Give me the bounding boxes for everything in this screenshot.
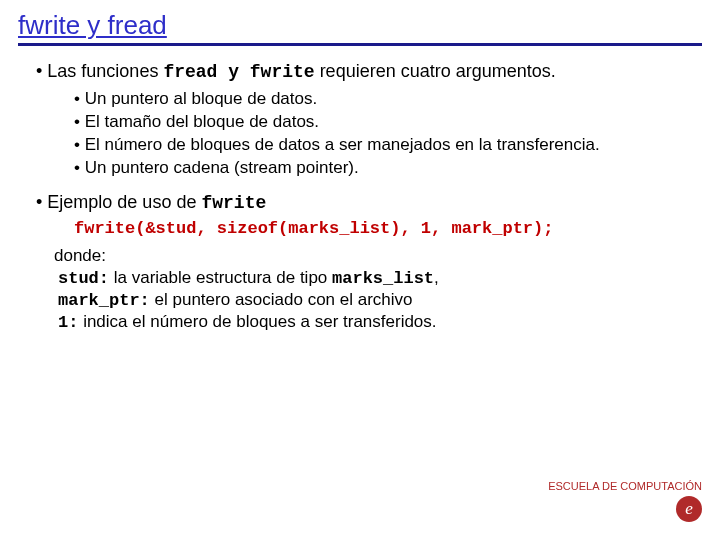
arg-item: El tamaño del bloque de datos.	[74, 111, 702, 132]
donde-key: mark_ptr:	[58, 291, 150, 310]
title-rule	[18, 43, 702, 46]
arg-item: Un puntero al bloque de datos.	[74, 88, 702, 109]
footer-text: ESCUELA DE COMPUTACIÓN	[548, 480, 702, 492]
text: requieren cuatro argumentos.	[315, 61, 556, 81]
footer: ESCUELA DE COMPUTACIÓN e	[548, 480, 702, 522]
point-functions: Las funciones fread y fwrite requieren c…	[36, 60, 702, 84]
slide-content: Las funciones fread y fwrite requieren c…	[18, 60, 702, 333]
code-fwrite: fwrite	[201, 193, 266, 213]
donde-item: mark_ptr: el puntero asociado con el arc…	[58, 289, 702, 311]
donde-item: stud: la variable estructura de tipo mar…	[58, 267, 702, 289]
donde-val: indica el número de bloques a ser transf…	[78, 312, 436, 331]
logo-icon: e	[676, 496, 702, 522]
donde-key: stud:	[58, 269, 109, 288]
code-fread-fwrite: fread y fwrite	[163, 62, 314, 82]
donde-tail: ,	[434, 268, 439, 287]
donde-val: la variable estructura de tipo	[109, 268, 332, 287]
donde-item: 1: indica el número de bloques a ser tra…	[58, 311, 702, 333]
arg-item: Un puntero cadena (stream pointer).	[74, 157, 702, 178]
text: Ejemplo de uso de	[47, 192, 201, 212]
code-example-line: fwrite(&stud, sizeof(marks_list), 1, mar…	[74, 218, 702, 239]
text: Las funciones	[47, 61, 163, 81]
donde-key2: marks_list	[332, 269, 434, 288]
slide-title: fwrite y fread	[18, 10, 702, 41]
donde-key: 1:	[58, 313, 78, 332]
donde-val: el puntero asociado con el archivo	[150, 290, 413, 309]
point-example: Ejemplo de uso de fwrite	[36, 191, 702, 215]
donde-label: donde:	[54, 245, 702, 266]
arg-item: El número de bloques de datos a ser mane…	[74, 134, 702, 155]
